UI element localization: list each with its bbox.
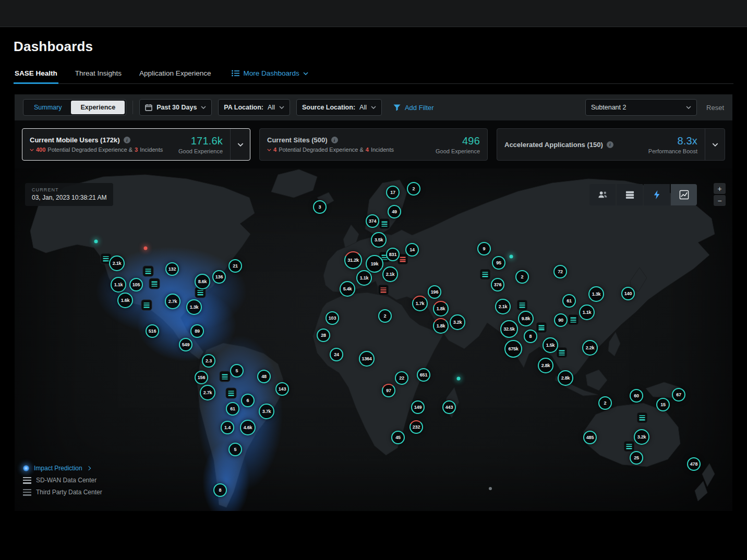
reset-button[interactable]: Reset (706, 104, 724, 112)
map-marker-103[interactable]: 103 (326, 311, 339, 325)
sdwan-datacenter-marker[interactable] (379, 218, 390, 229)
map-marker-degraded-232[interactable]: 232 (409, 420, 423, 434)
zoom-in-button[interactable]: + (714, 183, 726, 194)
tab-application-experience[interactable]: Application Experience (138, 65, 212, 83)
sdwan-datacenter-marker[interactable] (557, 347, 568, 358)
map-marker-6[interactable]: 6 (241, 394, 255, 407)
map-marker-485[interactable]: 485 (583, 431, 597, 444)
map-marker-443[interactable]: 443 (442, 400, 456, 414)
map-marker-675k[interactable]: 675k (504, 340, 522, 358)
map-marker-1.1k[interactable]: 1.1k (579, 305, 595, 320)
map-marker-25[interactable]: 25 (630, 451, 643, 465)
card-current-sites[interactable]: Current Sites (500) i 4 Potential Degrad… (259, 128, 488, 161)
map-marker-72[interactable]: 72 (553, 265, 567, 278)
map-marker-21[interactable]: 21 (228, 259, 242, 273)
map-marker-9[interactable]: 9 (477, 242, 491, 255)
sdwan-datacenter-marker[interactable] (220, 371, 231, 382)
map-marker-8[interactable]: 8 (213, 483, 227, 497)
sdwan-datacenter-marker[interactable] (141, 300, 152, 311)
map-marker-5[interactable]: 5 (228, 443, 242, 456)
map-marker-1364[interactable]: 1364 (359, 351, 375, 367)
map-marker-19k[interactable]: 19k (366, 255, 383, 273)
map-marker-8.6k[interactable]: 8.6k (195, 274, 210, 289)
map-marker-132[interactable]: 132 (165, 262, 179, 276)
map-marker-376[interactable]: 376 (491, 278, 504, 291)
card-accelerated-applications[interactable]: Accelerated Applications (150) i 8.3x Pe… (497, 128, 725, 161)
map-marker-2.2k[interactable]: 2.2k (582, 340, 598, 356)
map-marker-549[interactable]: 549 (179, 338, 192, 351)
map-marker-651[interactable]: 651 (417, 368, 430, 382)
map-marker-149[interactable]: 149 (411, 400, 425, 414)
map-marker-3.2k[interactable]: 3.2k (634, 429, 649, 445)
map-marker-516[interactable]: 516 (146, 324, 159, 338)
card-expand-button[interactable] (230, 129, 250, 160)
sdwan-datacenter-marker[interactable] (480, 269, 491, 280)
card-expand-button[interactable] (705, 129, 725, 160)
legend-impact-prediction[interactable]: Impact Prediction (23, 465, 102, 472)
map-marker-2.1k[interactable]: 2.1k (109, 255, 125, 271)
map-marker-374[interactable]: 374 (366, 214, 379, 228)
card-current-mobile-users[interactable]: Current Mobile Users (172k) i 400 Potent… (22, 128, 250, 161)
map-marker-48[interactable]: 48 (257, 370, 271, 383)
map-marker-140[interactable]: 140 (621, 287, 635, 300)
map-marker-32.5k[interactable]: 32.5k (500, 320, 518, 338)
map-marker-45[interactable]: 45 (391, 431, 405, 444)
map-marker-3.5k[interactable]: 3.5k (371, 232, 387, 248)
tab-sase-health[interactable]: SASE Health (14, 65, 58, 83)
users-layer-button[interactable] (589, 184, 616, 205)
map-marker-2[interactable]: 2 (598, 396, 612, 410)
map-marker-1.3k[interactable]: 1.3k (588, 286, 604, 302)
experience-view-button[interactable]: Experience (71, 101, 125, 114)
sdwan-datacenter-marker[interactable] (226, 388, 237, 399)
map-marker-24[interactable]: 24 (330, 348, 343, 361)
map-marker-2.8k[interactable]: 2.8k (538, 358, 553, 373)
map-marker-degraded-97[interactable]: 97 (382, 384, 395, 397)
map-marker-60[interactable]: 60 (630, 389, 643, 403)
map-marker-2[interactable]: 2 (515, 270, 529, 284)
map-marker-5.4k[interactable]: 5.4k (340, 281, 355, 297)
sdwan-datacenter-marker[interactable] (517, 300, 528, 311)
sdwan-datacenter-marker[interactable] (624, 441, 635, 452)
info-icon[interactable]: i (607, 141, 613, 148)
sites-layer-button[interactable] (617, 184, 643, 205)
map-marker-2.1k[interactable]: 2.1k (495, 299, 511, 314)
map-marker-2.1k[interactable]: 2.1k (382, 266, 398, 282)
more-dashboards-menu[interactable]: More Dashboards (231, 65, 309, 83)
map-marker-1.5k[interactable]: 1.5k (543, 337, 558, 353)
map-marker-15[interactable]: 15 (656, 398, 670, 411)
map-marker-1.3k[interactable]: 1.3k (186, 299, 202, 315)
world-map[interactable]: 2.1k1321.1k1052.7k1.6k1.3k8.6k1362151689… (15, 168, 732, 511)
map-marker-9.8k[interactable]: 9.8k (518, 311, 534, 326)
map-marker-14[interactable]: 14 (405, 243, 419, 257)
sdwan-datacenter-marker[interactable] (143, 266, 154, 277)
subtenant-dropdown[interactable]: Subtenant 2 (585, 99, 697, 116)
map-marker-1.6k[interactable]: 1.6k (117, 293, 133, 308)
map-marker-1.4[interactable]: 1.4 (221, 421, 234, 434)
info-icon[interactable]: i (124, 137, 130, 143)
map-marker-831[interactable]: 831 (386, 248, 400, 261)
time-range-dropdown[interactable]: Past 30 Days (139, 99, 212, 116)
map-marker-136[interactable]: 136 (212, 270, 226, 284)
map-marker-67[interactable]: 67 (672, 388, 685, 401)
map-marker-17[interactable]: 17 (386, 186, 400, 199)
map-marker-61[interactable]: 61 (562, 294, 576, 308)
sdwan-datacenter-marker[interactable] (536, 322, 547, 333)
map-marker-3.7k[interactable]: 3.7k (259, 404, 274, 419)
pa-location-dropdown[interactable]: PA Location: All (218, 99, 290, 116)
map-marker-90[interactable]: 90 (554, 313, 568, 327)
map-marker-8[interactable]: 8 (524, 330, 537, 343)
map-marker-196[interactable]: 196 (428, 285, 441, 299)
map-marker-5[interactable]: 5 (230, 364, 244, 378)
sdwan-datacenter-marker[interactable] (637, 412, 648, 423)
map-marker-degraded-1.7k[interactable]: 1.7k (412, 296, 428, 311)
summary-view-button[interactable]: Summary (25, 101, 71, 114)
sdwan-datacenter-marker[interactable] (149, 278, 160, 289)
zoom-out-button[interactable]: − (714, 195, 726, 206)
map-marker-49[interactable]: 49 (388, 205, 401, 218)
map-marker-478[interactable]: 478 (687, 457, 701, 471)
map-marker-156[interactable]: 156 (195, 371, 208, 384)
map-marker-22[interactable]: 22 (395, 371, 408, 385)
map-marker-2.3[interactable]: 2.3 (202, 354, 215, 368)
chart-view-button[interactable] (671, 184, 697, 205)
map-marker-2.7k[interactable]: 2.7k (200, 385, 215, 400)
